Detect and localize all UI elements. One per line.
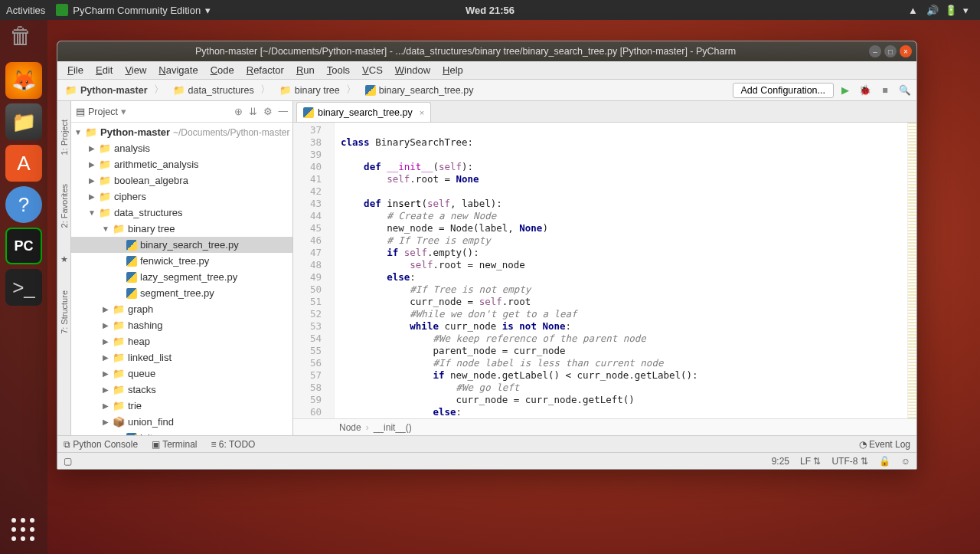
- ubuntu-top-bar: Activities PyCharm Community Edition ▾ W…: [0, 0, 980, 20]
- active-app-indicator[interactable]: PyCharm Community Edition ▾: [56, 4, 211, 16]
- breadcrumb-data_structures[interactable]: 📁data_structures: [168, 82, 275, 99]
- tree-item-fenwick_tree-py[interactable]: fenwick_tree.py: [71, 253, 292, 269]
- tree-item-ciphers[interactable]: ▶📁ciphers: [71, 188, 292, 205]
- maximize-button[interactable]: □: [884, 45, 897, 57]
- breadcrumb-binary-tree[interactable]: 📁binary tree: [275, 82, 361, 99]
- line-separator[interactable]: LF ⇅: [800, 456, 821, 467]
- settings-gear-icon[interactable]: ⚙: [263, 106, 273, 117]
- breadcrumb-Python-master[interactable]: 📁Python-master: [60, 82, 168, 99]
- crumb-__init__[interactable]: __init__(): [374, 422, 412, 433]
- hide-panel-icon[interactable]: —: [279, 106, 289, 117]
- close-button[interactable]: ×: [900, 45, 912, 57]
- collapse-all-icon[interactable]: ⇊: [249, 106, 257, 117]
- navigation-bar: 📁Python-master📁data_structures📁binary tr…: [57, 80, 916, 101]
- dock-files-icon[interactable]: 📁: [5, 103, 42, 140]
- tree-item-queue[interactable]: ▶📁queue: [71, 366, 292, 382]
- menu-file[interactable]: File: [62, 63, 89, 77]
- tree-item-binary_search_tree-py[interactable]: binary_search_tree.py: [71, 237, 292, 253]
- tree-item-stacks[interactable]: ▶📁stacks: [71, 382, 292, 398]
- dock-software-icon[interactable]: A: [5, 145, 42, 182]
- python-file-icon: [126, 256, 137, 267]
- menu-help[interactable]: Help: [437, 63, 469, 77]
- dock-firefox-icon[interactable]: 🦊: [5, 62, 42, 99]
- folder-icon: 📁: [113, 320, 125, 331]
- minimize-button[interactable]: –: [869, 45, 881, 57]
- tool-python-console[interactable]: ⧉ Python Console: [64, 439, 138, 450]
- close-tab-icon[interactable]: ×: [420, 108, 424, 117]
- event-log-button[interactable]: ◔ Event Log: [859, 439, 910, 450]
- tool-tab-2-favorites[interactable]: 2: Favorites: [60, 181, 69, 231]
- breadcrumb-binary_search_tree-py[interactable]: binary_search_tree.py: [361, 82, 485, 99]
- menu-code[interactable]: Code: [205, 63, 240, 77]
- window-titlebar[interactable]: Python-master [~/Documents/Python-master…: [57, 41, 916, 61]
- tree-item-segment_tree-py[interactable]: segment_tree.py: [71, 285, 292, 301]
- code-editor[interactable]: 37 38 39 40 41 42 43 44 45 46 47 48 49 5…: [293, 123, 916, 418]
- tool-tab-7-structure[interactable]: 7: Structure: [60, 287, 69, 337]
- tree-item-boolean_algebra[interactable]: ▶📁boolean_algebra: [71, 172, 292, 188]
- battery-icon[interactable]: 🔋: [945, 5, 956, 15]
- menu-refactor[interactable]: Refactor: [241, 63, 289, 77]
- tree-root[interactable]: ▼ 📁 Python-master ~/Documents/Python-mas…: [71, 124, 292, 140]
- status-toggle-icon[interactable]: ▢: [64, 456, 72, 467]
- file-encoding[interactable]: UTF-8 ⇅: [831, 456, 867, 467]
- dock-terminal-icon[interactable]: >_: [5, 269, 42, 306]
- stop-icon[interactable]: ■: [877, 82, 893, 99]
- tree-item-analysis[interactable]: ▶📁analysis: [71, 140, 292, 156]
- tree-item-trie[interactable]: ▶📁trie: [71, 398, 292, 414]
- add-configuration-button[interactable]: Add Configuration...: [733, 83, 835, 98]
- menu-run[interactable]: Run: [291, 63, 320, 77]
- run-icon[interactable]: ▶: [837, 82, 854, 99]
- tree-item-data_structures[interactable]: ▼📁data_structures: [71, 205, 292, 221]
- scroll-from-source-icon[interactable]: ⊕: [234, 106, 243, 117]
- tree-item-lazy_segment_tree-py[interactable]: lazy_segment_tree.py: [71, 269, 292, 285]
- activities-button[interactable]: Activities: [6, 5, 45, 16]
- tool-6-todo[interactable]: ≡ 6: TODO: [211, 439, 256, 450]
- debug-icon[interactable]: 🐞: [857, 82, 874, 99]
- readonly-lock-icon[interactable]: 🔓: [879, 456, 890, 467]
- editor-tabs: binary_search_tree.py ×: [293, 101, 916, 123]
- python-file-icon: [126, 288, 137, 299]
- menu-tools[interactable]: Tools: [322, 63, 355, 77]
- editor-breadcrumbs: Node › __init__(): [293, 418, 916, 435]
- tree-item-hashing[interactable]: ▶📁hashing: [71, 317, 292, 333]
- menu-view[interactable]: View: [119, 63, 152, 77]
- project-tree[interactable]: ▼ 📁 Python-master ~/Documents/Python-mas…: [71, 123, 292, 435]
- dock-pycharm-icon[interactable]: PC: [5, 228, 42, 264]
- search-icon[interactable]: 🔍: [897, 82, 913, 99]
- tool-terminal[interactable]: ▣ Terminal: [152, 439, 197, 450]
- project-panel-title[interactable]: Project: [88, 107, 118, 117]
- project-view-icon: ▤: [76, 106, 85, 117]
- favorites-star-icon[interactable]: ★: [60, 254, 68, 264]
- menu-navigate[interactable]: Navigate: [153, 63, 203, 77]
- network-icon[interactable]: ▲: [908, 5, 919, 15]
- dock-trash-icon[interactable]: 🗑: [9, 23, 38, 57]
- tree-item-union_find[interactable]: ▶📦union_find: [71, 414, 292, 430]
- crumb-Node[interactable]: Node: [339, 422, 361, 433]
- volume-icon[interactable]: 🔊: [926, 5, 937, 15]
- tree-item-binary-tree[interactable]: ▼📁binary tree: [71, 221, 292, 237]
- editor-tab[interactable]: binary_search_tree.py ×: [296, 102, 431, 122]
- system-menu-chevron-icon[interactable]: ▾: [963, 5, 974, 15]
- tree-item-heap[interactable]: ▶📁heap: [71, 333, 292, 349]
- tree-item-linked_list[interactable]: ▶📁linked_list: [71, 349, 292, 366]
- inspector-icon[interactable]: ☺: [901, 456, 910, 467]
- folder-icon: 📁: [99, 207, 111, 218]
- status-bar: ▢ 9:25 LF ⇅ UTF-8 ⇅ 🔓 ☺: [57, 452, 916, 469]
- chevron-down-icon[interactable]: ▾: [121, 106, 126, 117]
- tree-item-init__-py[interactable]: init__.py: [71, 430, 292, 435]
- line-gutter: 37 38 39 40 41 42 43 44 45 46 47 48 49 5…: [293, 123, 335, 418]
- menu-vcs[interactable]: VCS: [357, 63, 388, 77]
- pycharm-indicator-icon: [56, 4, 68, 16]
- tree-item-graph[interactable]: ▶📁graph: [71, 301, 292, 317]
- show-applications-icon[interactable]: [8, 514, 40, 546]
- tool-tab-1-project[interactable]: 1: Project: [60, 116, 69, 158]
- code-content[interactable]: class BinarySearchTree: def __init__(sel…: [335, 123, 916, 418]
- editor-area: binary_search_tree.py × 37 38 39 40 41 4…: [293, 101, 916, 435]
- menu-window[interactable]: Window: [390, 63, 436, 77]
- clock[interactable]: Wed 21:56: [466, 5, 514, 16]
- tree-item-arithmetic_analysis[interactable]: ▶📁arithmetic_analysis: [71, 156, 292, 172]
- cursor-position[interactable]: 9:25: [772, 456, 789, 467]
- menu-edit[interactable]: Edit: [90, 63, 118, 77]
- dock-help-icon[interactable]: ?: [5, 186, 42, 223]
- editor-minimap[interactable]: [907, 123, 916, 418]
